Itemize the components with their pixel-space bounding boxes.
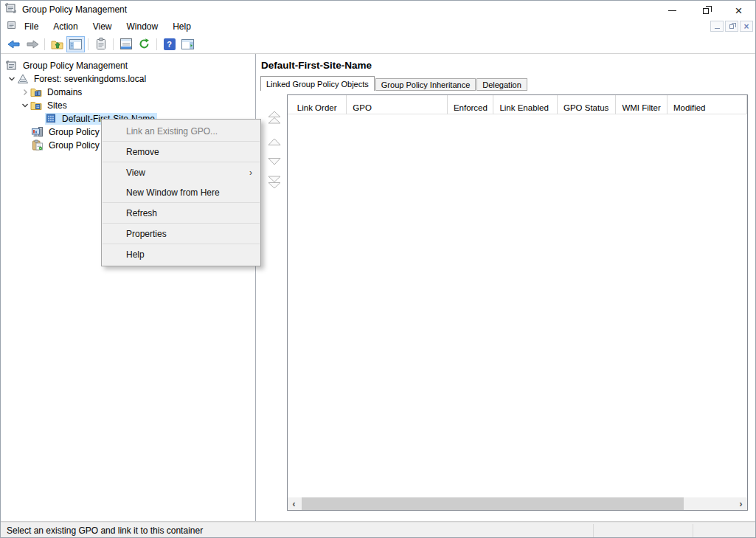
context-menu-item-new-window-from-here[interactable]: New Window from Here bbox=[102, 182, 260, 202]
scroll-right-arrow[interactable]: › bbox=[735, 497, 747, 510]
status-bar: Select an existing GPO and link it to th… bbox=[1, 522, 755, 538]
title-bar: Group Policy Management × bbox=[1, 1, 755, 18]
mdi-close-button[interactable]: × bbox=[740, 21, 753, 32]
mdi-minimize-button[interactable] bbox=[710, 21, 724, 32]
linked-gpo-table: Link Order GPO Enforced Link Enabled GPO… bbox=[287, 94, 748, 511]
minimize-icon bbox=[668, 10, 676, 11]
context-menu-item-remove[interactable]: Remove bbox=[102, 142, 260, 162]
restore-icon bbox=[703, 8, 709, 14]
column-header-gpo[interactable]: GPO bbox=[347, 95, 448, 114]
horizontal-scrollbar[interactable]: ‹ › bbox=[288, 497, 747, 510]
properties-window-icon bbox=[120, 38, 132, 49]
column-header-link-enabled[interactable]: Link Enabled bbox=[493, 95, 558, 114]
toolbar-separator bbox=[44, 38, 45, 50]
double-down-arrow-icon bbox=[267, 175, 282, 189]
gpm-app-icon bbox=[5, 2, 17, 17]
context-menu-item-help[interactable]: Help bbox=[102, 244, 260, 264]
export-list-icon bbox=[96, 38, 106, 50]
export-list-button[interactable] bbox=[91, 36, 110, 52]
tree-item-label: Domains bbox=[45, 86, 84, 98]
show-action-pane-icon bbox=[181, 39, 194, 49]
refresh-icon bbox=[138, 38, 150, 50]
menu-help[interactable]: Help bbox=[165, 19, 198, 34]
close-icon: × bbox=[735, 4, 743, 17]
status-bar-divider bbox=[693, 524, 693, 538]
mdi-window-controls: × bbox=[710, 21, 753, 32]
mdi-restore-icon bbox=[729, 24, 734, 29]
menu-window[interactable]: Window bbox=[119, 19, 166, 34]
back-arrow-icon bbox=[7, 38, 21, 50]
chevron-expanded-icon[interactable] bbox=[20, 100, 30, 111]
properties-button[interactable] bbox=[117, 36, 135, 52]
context-menu-item-label: View bbox=[126, 168, 145, 178]
context-menu: Link an Existing GPO... Remove View › Ne… bbox=[101, 119, 261, 266]
tab-delegation[interactable]: Delegation bbox=[476, 78, 527, 91]
toolbar: ? bbox=[1, 35, 755, 54]
refresh-button[interactable] bbox=[135, 36, 153, 52]
gp-modeling-icon bbox=[32, 126, 44, 138]
up-one-level-button[interactable] bbox=[48, 36, 66, 52]
site-building-icon bbox=[45, 113, 57, 125]
column-header-wmi-filter[interactable]: WMI Filter bbox=[616, 95, 667, 114]
move-up-button[interactable] bbox=[267, 136, 282, 149]
mdi-restore-button[interactable] bbox=[725, 21, 738, 32]
column-header-gpo-status[interactable]: GPO Status bbox=[558, 95, 616, 114]
menu-file[interactable]: File bbox=[17, 19, 46, 34]
scroll-left-arrow[interactable]: ‹ bbox=[288, 497, 300, 510]
tree-item-sites[interactable]: Sites bbox=[1, 99, 255, 112]
forward-button[interactable] bbox=[23, 36, 41, 52]
minimize-button[interactable] bbox=[656, 1, 689, 20]
tree-item-domains[interactable]: Domains bbox=[1, 86, 255, 99]
scrollbar-thumb[interactable] bbox=[302, 497, 684, 510]
show-action-pane-button[interactable] bbox=[178, 36, 197, 52]
back-button[interactable] bbox=[4, 36, 23, 52]
tab-group-policy-inheritance[interactable]: Group Policy Inheritance bbox=[375, 78, 476, 91]
submenu-arrow-icon: › bbox=[249, 168, 252, 178]
show-console-tree-button[interactable] bbox=[66, 36, 85, 52]
close-button[interactable]: × bbox=[722, 1, 755, 20]
toolbar-separator bbox=[156, 38, 157, 50]
tab-strip: Linked Group Policy Objects Group Policy… bbox=[260, 76, 528, 91]
gpm-window: Group Policy Management × File Action Vi… bbox=[0, 0, 756, 538]
tree-item-label: Group Policy Management bbox=[21, 60, 130, 72]
context-menu-item-refresh[interactable]: Refresh bbox=[102, 203, 260, 223]
tree-item-label: Group Policy bbox=[46, 139, 102, 151]
help-button[interactable]: ? bbox=[160, 36, 178, 52]
status-bar-divider bbox=[593, 524, 594, 538]
help-icon: ? bbox=[164, 38, 176, 50]
context-menu-item-link-existing-gpo[interactable]: Link an Existing GPO... bbox=[102, 121, 260, 141]
tree-item-group-policy-management[interactable]: Group Policy Management bbox=[1, 59, 255, 72]
sites-folder-icon bbox=[30, 100, 42, 111]
menu-action[interactable]: Action bbox=[46, 19, 85, 34]
context-menu-item-view[interactable]: View › bbox=[102, 162, 260, 182]
toolbar-separator bbox=[113, 38, 114, 50]
tree-item-label: Forest: sevenkingdoms.local bbox=[32, 73, 148, 85]
move-down-button[interactable] bbox=[267, 155, 282, 168]
column-header-modified[interactable]: Modified bbox=[667, 95, 747, 114]
tree-item-label: Group Policy bbox=[46, 126, 102, 138]
status-text: Select an existing GPO and link it to th… bbox=[7, 525, 203, 536]
menu-view[interactable]: View bbox=[86, 19, 119, 34]
column-header-enforced[interactable]: Enforced bbox=[448, 95, 494, 114]
mdi-close-icon: × bbox=[743, 22, 749, 31]
up-one-level-icon bbox=[51, 38, 63, 50]
console-document-icon bbox=[7, 20, 17, 33]
move-to-bottom-button[interactable] bbox=[267, 175, 282, 192]
window-title: Group Policy Management bbox=[22, 4, 127, 15]
tree-item-label: Sites bbox=[45, 100, 69, 111]
show-console-tree-icon bbox=[69, 39, 82, 49]
gp-results-icon bbox=[32, 139, 44, 151]
down-arrow-icon bbox=[267, 157, 282, 165]
double-up-arrow-icon bbox=[267, 111, 282, 125]
column-header-link-order[interactable]: Link Order bbox=[288, 95, 347, 114]
move-to-top-button[interactable] bbox=[267, 111, 282, 128]
up-arrow-icon bbox=[267, 138, 282, 146]
restore-button[interactable] bbox=[689, 1, 722, 20]
tab-linked-group-policy-objects[interactable]: Linked Group Policy Objects bbox=[260, 76, 375, 91]
context-menu-item-properties[interactable]: Properties bbox=[102, 224, 260, 244]
chevron-expanded-icon[interactable] bbox=[7, 74, 17, 84]
tree-item-forest[interactable]: Forest: sevenkingdoms.local bbox=[1, 72, 255, 86]
forward-arrow-icon bbox=[26, 38, 39, 50]
toolbar-separator bbox=[88, 38, 89, 50]
chevron-collapsed-icon[interactable] bbox=[20, 87, 30, 97]
